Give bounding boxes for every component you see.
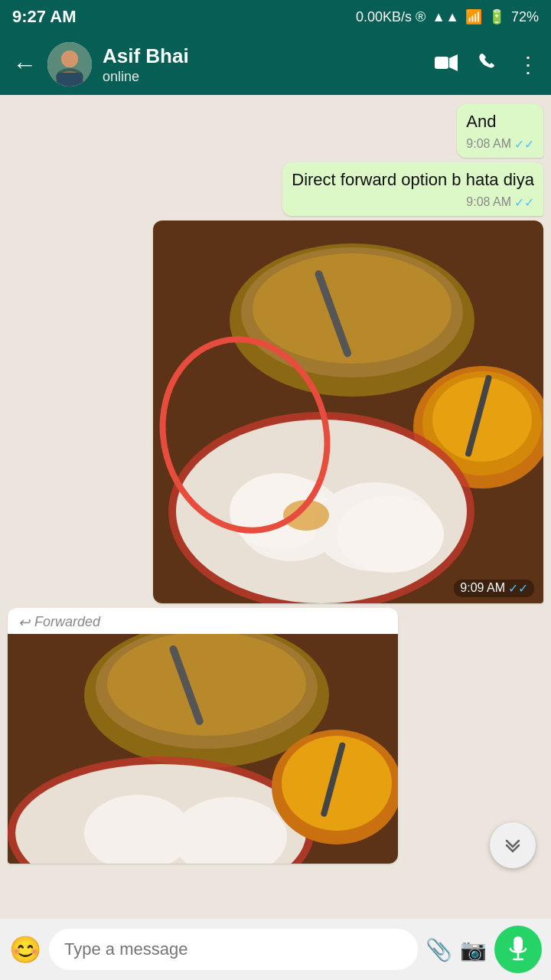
avatar[interactable] — [47, 42, 92, 87]
avatar-image — [47, 42, 92, 87]
svg-point-14 — [432, 377, 532, 462]
svg-rect-35 — [514, 936, 523, 952]
header-actions: ⋮ — [435, 52, 539, 77]
input-bar: 😊 📎 📷 — [0, 919, 551, 980]
message-3: 9:09 AM ✓✓ — [8, 220, 543, 603]
svg-rect-5 — [435, 57, 448, 69]
message-1: And 9:08 AM ✓✓ — [8, 104, 543, 158]
message-meta-2: 9:08 AM ✓✓ — [292, 195, 534, 210]
message-ticks-2: ✓✓ — [514, 195, 534, 210]
image-ticks-sent: ✓✓ — [508, 581, 528, 596]
forwarded-text: Forwarded — [34, 614, 100, 630]
network-speed: 0.00KB/s ® — [356, 9, 425, 25]
forwarded-label: ↩ Forwarded — [8, 608, 398, 634]
image-meta-sent: 9:09 AM ✓✓ — [454, 580, 534, 597]
signal-icon: ▲▲ — [432, 9, 459, 25]
message-text-2: Direct forward option b hata diya — [292, 168, 534, 192]
svg-point-2 — [56, 71, 83, 87]
chat-area: And 9:08 AM ✓✓ Direct forward option b h… — [0, 95, 551, 937]
svg-point-22 — [283, 500, 329, 531]
message-meta-1: 9:08 AM ✓✓ — [466, 137, 534, 152]
svg-point-3 — [61, 51, 78, 67]
svg-point-33 — [282, 736, 392, 831]
message-input[interactable] — [49, 929, 418, 970]
message-time-1: 9:08 AM — [466, 137, 511, 151]
svg-point-10 — [253, 253, 452, 364]
message-4: ↩ Forwarded — [8, 608, 543, 864]
attach-button[interactable]: 📎 — [425, 937, 452, 962]
wifi-icon: 📶 — [465, 8, 482, 25]
status-time: 9:27 AM — [12, 7, 77, 27]
status-right: 0.00KB/s ® ▲▲ 📶 🔋 72% — [356, 8, 539, 25]
status-bar: 9:27 AM 0.00KB/s ® ▲▲ 📶 🔋 72% — [0, 0, 551, 34]
image-time-sent: 9:09 AM — [460, 581, 505, 595]
svg-point-26 — [107, 634, 306, 736]
battery-icon: 🔋 — [488, 8, 505, 25]
forward-arrow-icon: ↩ — [18, 614, 30, 631]
camera-button[interactable]: 📷 — [460, 937, 487, 962]
message-time-2: 9:08 AM — [466, 195, 511, 209]
scroll-to-bottom-button[interactable] — [490, 822, 536, 868]
back-button[interactable]: ← — [12, 51, 37, 79]
bubble-sent-2: Direct forward option b hata diya 9:08 A… — [282, 162, 543, 216]
battery-percent: 72% — [511, 9, 539, 25]
bubble-sent-1: And 9:08 AM ✓✓ — [457, 104, 543, 158]
contact-status: online — [103, 69, 424, 85]
mic-button[interactable] — [494, 926, 542, 973]
emoji-button[interactable]: 😊 — [9, 934, 41, 965]
chat-header: ← Asif Bhai online — [0, 34, 551, 95]
message-ticks-1: ✓✓ — [514, 137, 534, 152]
forwarded-image[interactable] — [8, 634, 398, 864]
contact-name: Asif Bhai — [103, 44, 424, 70]
svg-rect-4 — [57, 73, 83, 87]
more-options-button[interactable]: ⋮ — [517, 52, 539, 77]
sent-image: 9:09 AM ✓✓ — [153, 220, 543, 603]
image-bubble-sent[interactable]: 9:09 AM ✓✓ — [153, 220, 543, 603]
svg-point-21 — [337, 496, 444, 573]
message-text-1: And — [466, 110, 534, 134]
message-2: Direct forward option b hata diya 9:08 A… — [8, 162, 543, 216]
input-right-icons: 📎 📷 — [425, 937, 487, 962]
bubble-received-forwarded: ↩ Forwarded — [8, 608, 398, 864]
svg-marker-6 — [449, 54, 458, 71]
header-info: Asif Bhai online — [103, 44, 424, 86]
message-input-field[interactable] — [64, 939, 403, 959]
video-call-button[interactable] — [435, 52, 458, 77]
voice-call-button[interactable] — [478, 52, 497, 77]
